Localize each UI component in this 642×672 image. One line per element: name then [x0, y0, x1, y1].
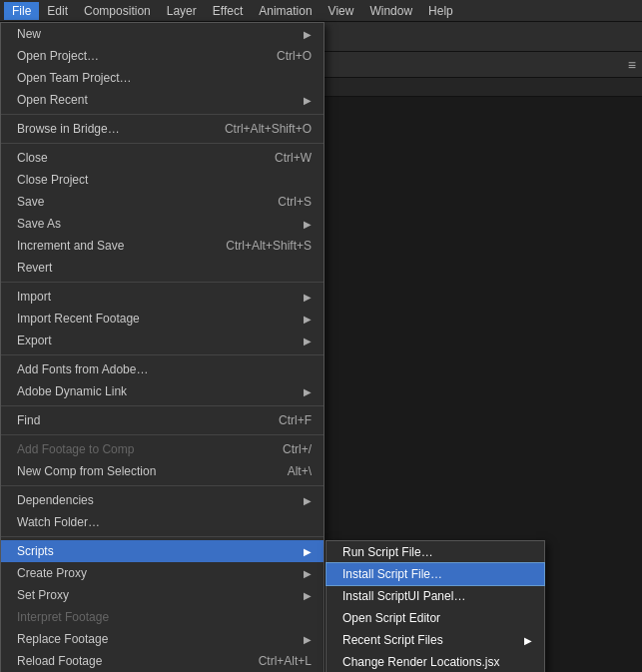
menu-item-dynamic-link-label: Adobe Dynamic Link — [17, 384, 300, 398]
menu-item-replace-label: Replace Footage — [17, 632, 300, 646]
menu-item-dynamic-link[interactable]: Adobe Dynamic Link ▶ — [1, 380, 323, 402]
menu-item-set-proxy-label: Set Proxy — [17, 588, 300, 602]
separator-8 — [1, 536, 323, 537]
menu-item-close[interactable]: Close Ctrl+W — [1, 147, 323, 169]
menu-item-open-team-project[interactable]: Open Team Project… — [1, 67, 323, 89]
menu-item-dependencies[interactable]: Dependencies ▶ — [1, 489, 323, 511]
menu-item-export[interactable]: Export ▶ — [1, 330, 323, 351]
file-dropdown-menu: New ▶ Open Project… Ctrl+O Open Team Pro… — [0, 22, 324, 672]
menu-item-watch-folder[interactable]: Watch Folder… — [1, 511, 323, 533]
menu-item-find[interactable]: Find Ctrl+F — [1, 409, 323, 431]
recent-scripts-arrow-icon: ▶ — [524, 635, 532, 646]
menu-item-increment-save[interactable]: Increment and Save Ctrl+Alt+Shift+S — [1, 235, 323, 257]
panel-menu-icon[interactable]: ≡ — [628, 57, 636, 73]
menubar-item-animation[interactable]: Animation — [251, 2, 320, 20]
menu-item-add-footage-label: Add Footage to Comp — [17, 442, 263, 456]
dynamic-link-arrow-icon: ▶ — [304, 386, 312, 397]
menu-item-save-as-label: Save As — [17, 217, 300, 231]
menu-item-save-label: Save — [17, 195, 258, 209]
menubar-item-window[interactable]: Window — [361, 2, 420, 20]
new-comp-shortcut: Alt+\ — [268, 464, 312, 478]
submenu-install-scriptui[interactable]: Install ScriptUI Panel… — [326, 585, 544, 607]
change-render-label: Change Render Locations.jsx — [342, 655, 532, 669]
scripts-submenu: Run Script File… Install Script File… In… — [325, 540, 545, 672]
reload-shortcut: Ctrl+Alt+L — [239, 654, 312, 668]
separator-2 — [1, 143, 323, 144]
menu-item-open-project-label: Open Project… — [17, 49, 257, 63]
menubar-item-layer[interactable]: Layer — [159, 2, 205, 20]
menu-item-new-comp-label: New Comp from Selection — [17, 464, 268, 478]
menu-item-create-proxy[interactable]: Create Proxy ▶ — [1, 562, 323, 584]
export-arrow-icon: ▶ — [304, 336, 312, 346]
import-arrow-icon: ▶ — [304, 292, 312, 303]
menu-item-new-label: New — [17, 27, 300, 41]
browse-shortcut: Ctrl+Alt+Shift+O — [205, 122, 312, 136]
menu-item-close-project-label: Close Project — [17, 173, 312, 187]
menu-item-revert-label: Revert — [17, 261, 312, 275]
submenu-install-script[interactable]: Install Script File… — [326, 563, 544, 585]
menu-item-interpret-label: Interpret Footage — [17, 610, 312, 624]
submenu-change-render[interactable]: Change Render Locations.jsx — [326, 651, 544, 672]
menubar-item-effect[interactable]: Effect — [205, 2, 251, 20]
menu-item-import[interactable]: Import ▶ — [1, 286, 323, 308]
menu-item-increment-label: Increment and Save — [17, 239, 206, 253]
menu-item-reload-footage[interactable]: Reload Footage Ctrl+Alt+L — [1, 650, 323, 672]
menu-item-close-label: Close — [17, 151, 255, 165]
menu-item-new-comp[interactable]: New Comp from Selection Alt+\ — [1, 460, 323, 482]
open-project-shortcut: Ctrl+O — [257, 49, 312, 63]
menu-item-open-recent[interactable]: Open Recent ▶ — [1, 89, 323, 111]
menu-item-scripts[interactable]: Scripts ▶ Run Script File… Install Scrip… — [1, 540, 323, 562]
menu-item-import-recent[interactable]: Import Recent Footage ▶ — [1, 308, 323, 330]
submenu-recent-scripts[interactable]: Recent Script Files ▶ — [326, 629, 544, 651]
new-arrow-icon: ▶ — [304, 29, 312, 40]
menubar-item-edit[interactable]: Edit — [39, 2, 76, 20]
install-scriptui-label: Install ScriptUI Panel… — [342, 589, 532, 603]
recent-scripts-label: Recent Script Files — [342, 633, 520, 647]
menubar-item-view[interactable]: View — [321, 2, 362, 20]
menu-item-browse-bridge[interactable]: Browse in Bridge… Ctrl+Alt+Shift+O — [1, 118, 323, 140]
menubar-item-help[interactable]: Help — [420, 2, 461, 20]
menu-item-interpret-footage[interactable]: Interpret Footage — [1, 606, 323, 628]
menu-item-add-footage[interactable]: Add Footage to Comp Ctrl+/ — [1, 438, 323, 460]
save-shortcut: Ctrl+S — [258, 195, 312, 209]
menubar-item-composition[interactable]: Composition — [76, 2, 159, 20]
submenu-run-script[interactable]: Run Script File… — [326, 541, 544, 563]
menu-item-new[interactable]: New ▶ — [1, 23, 323, 45]
run-script-label: Run Script File… — [342, 545, 532, 559]
menu-item-add-fonts[interactable]: Add Fonts from Adobe… — [1, 358, 323, 380]
import-recent-arrow-icon: ▶ — [304, 314, 312, 325]
menu-item-open-project[interactable]: Open Project… Ctrl+O — [1, 45, 323, 67]
menubar-item-file[interactable]: File — [4, 2, 39, 20]
menu-item-save-as[interactable]: Save As ▶ — [1, 213, 323, 235]
scripts-arrow-icon: ▶ — [304, 546, 312, 557]
menu-item-create-proxy-label: Create Proxy — [17, 566, 300, 580]
save-as-arrow-icon: ▶ — [304, 219, 312, 230]
separator-6 — [1, 434, 323, 435]
menu-item-close-project[interactable]: Close Project — [1, 169, 323, 191]
open-script-editor-label: Open Script Editor — [342, 611, 532, 625]
menu-item-import-label: Import — [17, 290, 300, 304]
separator-3 — [1, 282, 323, 283]
menu-item-export-label: Export — [17, 334, 300, 347]
menu-item-browse-label: Browse in Bridge… — [17, 122, 205, 136]
menu-item-scripts-label: Scripts — [17, 544, 300, 558]
open-recent-arrow-icon: ▶ — [304, 95, 312, 106]
separator-7 — [1, 485, 323, 486]
find-shortcut: Ctrl+F — [259, 413, 312, 427]
menu-item-watch-folder-label: Watch Folder… — [17, 515, 312, 529]
submenu-open-script-editor[interactable]: Open Script Editor — [326, 607, 544, 629]
menu-item-reload-label: Reload Footage — [17, 654, 239, 668]
menu-item-add-fonts-label: Add Fonts from Adobe… — [17, 362, 312, 376]
separator-1 — [1, 114, 323, 115]
separator-5 — [1, 405, 323, 406]
add-footage-shortcut: Ctrl+/ — [263, 442, 312, 456]
menu-item-save[interactable]: Save Ctrl+S — [1, 191, 323, 213]
menu-item-open-team-label: Open Team Project… — [17, 71, 312, 85]
create-proxy-arrow-icon: ▶ — [304, 568, 312, 579]
menu-item-revert[interactable]: Revert — [1, 257, 323, 279]
dependencies-arrow-icon: ▶ — [304, 495, 312, 506]
menu-item-replace-footage[interactable]: Replace Footage ▶ — [1, 628, 323, 650]
replace-footage-arrow-icon: ▶ — [304, 634, 312, 645]
menubar: File Edit Composition Layer Effect Anima… — [0, 0, 642, 22]
menu-item-set-proxy[interactable]: Set Proxy ▶ — [1, 584, 323, 606]
